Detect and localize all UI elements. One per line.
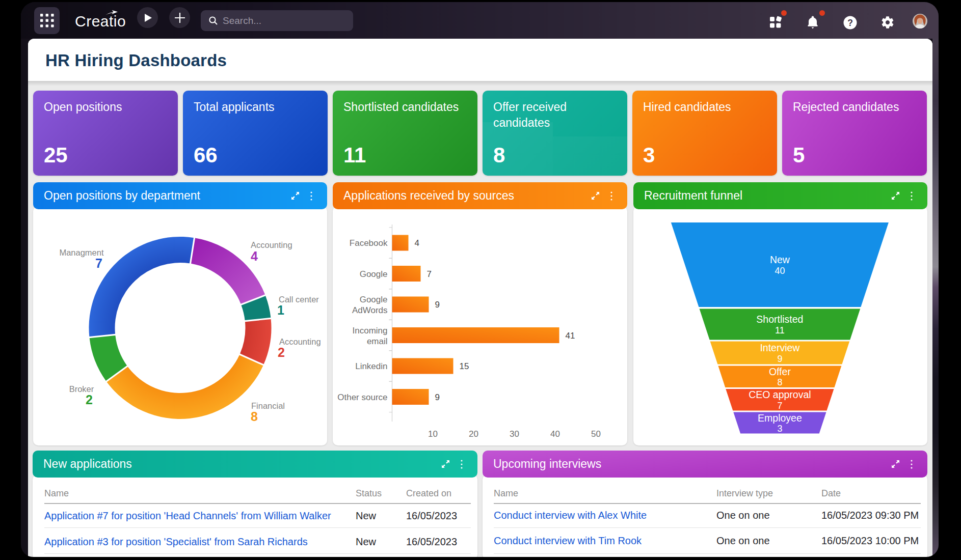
svg-text:Accounting: Accounting: [251, 240, 292, 249]
svg-text:Linkedin: Linkedin: [355, 361, 387, 371]
svg-text:Accounting: Accounting: [279, 337, 321, 346]
svg-text:7: 7: [95, 256, 102, 270]
svg-text:11: 11: [775, 325, 785, 335]
svg-text:Offer: Offer: [769, 366, 791, 377]
svg-text:20: 20: [469, 429, 478, 439]
svg-text:Call center: Call center: [279, 295, 319, 304]
svg-text:Google: Google: [360, 295, 388, 304]
svg-text:Interview: Interview: [760, 342, 800, 353]
svg-text:10: 10: [428, 429, 438, 439]
svg-text:15: 15: [460, 361, 469, 371]
svg-text:CEO approval: CEO approval: [749, 389, 811, 400]
svg-text:email: email: [367, 337, 388, 346]
svg-text:7: 7: [427, 269, 432, 279]
svg-text:40: 40: [550, 429, 560, 439]
svg-text:?: ?: [847, 18, 853, 28]
svg-text:Incoming: Incoming: [353, 326, 388, 335]
svg-text:41: 41: [566, 331, 575, 341]
svg-text:50: 50: [591, 429, 601, 439]
svg-text:30: 30: [510, 429, 519, 439]
svg-text:Shortlisted: Shortlisted: [756, 314, 803, 325]
svg-text:8: 8: [251, 409, 258, 424]
svg-text:40: 40: [775, 266, 785, 276]
svg-text:7: 7: [777, 401, 782, 411]
svg-text:9: 9: [435, 393, 440, 402]
svg-text:1: 1: [277, 303, 284, 317]
svg-text:3: 3: [777, 424, 782, 434]
svg-text:4: 4: [251, 249, 258, 263]
svg-text:Employee: Employee: [758, 412, 802, 424]
svg-text:2: 2: [86, 393, 93, 407]
svg-text:Google: Google: [360, 269, 388, 279]
svg-text:9: 9: [777, 354, 782, 364]
svg-text:Other source: Other source: [337, 393, 387, 402]
svg-text:8: 8: [777, 377, 782, 387]
svg-text:AdWords: AdWords: [352, 305, 388, 315]
svg-text:New: New: [770, 254, 790, 265]
svg-text:Facebook: Facebook: [350, 238, 388, 248]
svg-text:4: 4: [415, 238, 419, 248]
svg-text:2: 2: [278, 345, 285, 359]
svg-text:9: 9: [435, 300, 440, 310]
